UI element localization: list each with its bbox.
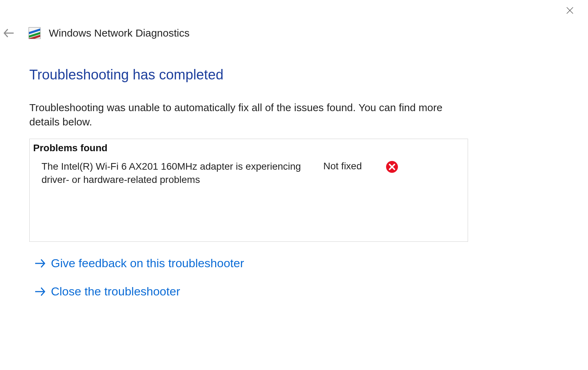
- description-text: Troubleshooting was unable to automatica…: [29, 101, 469, 129]
- arrow-right-icon: [34, 257, 46, 269]
- header: Windows Network Diagnostics: [3, 27, 189, 39]
- page-title: Troubleshooting has completed: [29, 67, 469, 83]
- problems-box: Problems found The Intel(R) Wi-Fi 6 AX20…: [29, 139, 468, 242]
- problems-header: Problems found: [30, 142, 468, 156]
- action-links: Give feedback on this troubleshooter Clo…: [29, 252, 469, 302]
- close-button[interactable]: [566, 6, 574, 15]
- back-button[interactable]: [3, 27, 15, 39]
- problem-status: Not fixed: [323, 160, 379, 172]
- give-feedback-label: Give feedback on this troubleshooter: [51, 256, 244, 270]
- arrow-right-icon: [34, 286, 46, 298]
- back-arrow-icon: [3, 27, 15, 39]
- error-icon: [386, 161, 398, 173]
- window-title: Windows Network Diagnostics: [49, 27, 189, 39]
- problem-row: The Intel(R) Wi-Fi 6 AX201 160MHz adapte…: [30, 156, 468, 190]
- close-troubleshooter-label: Close the troubleshooter: [51, 285, 180, 298]
- give-feedback-link[interactable]: Give feedback on this troubleshooter: [29, 252, 469, 274]
- diagnostics-icon: [29, 27, 40, 39]
- problem-description: The Intel(R) Wi-Fi 6 AX201 160MHz adapte…: [42, 160, 317, 186]
- content-area: Troubleshooting has completed Troublesho…: [29, 67, 469, 302]
- close-troubleshooter-link[interactable]: Close the troubleshooter: [29, 280, 469, 302]
- close-icon: [566, 6, 574, 15]
